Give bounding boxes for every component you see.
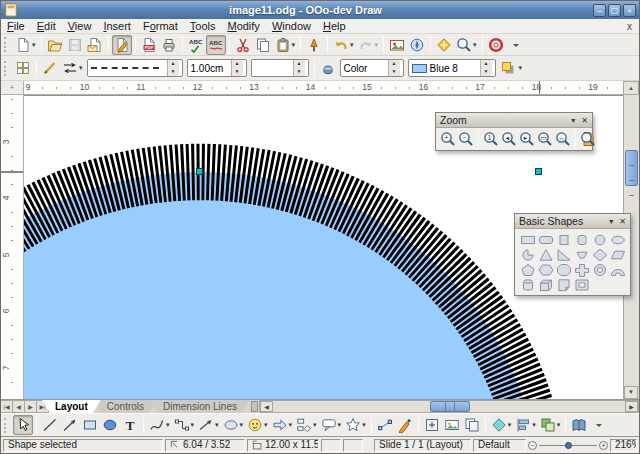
chevron-down-icon[interactable]: ▾ [166,421,170,429]
shape-regular-pentagon[interactable] [519,262,537,277]
shape-block-arc[interactable] [609,262,627,277]
help-button[interactable] [486,35,506,55]
zoom-100-button[interactable]: 1 [482,130,500,148]
tab-dimension-lines[interactable]: Dimension Lines [150,400,250,413]
shape-hexagon[interactable] [537,262,555,277]
open-button[interactable] [45,35,65,55]
zoom-in-button[interactable]: + [439,130,457,148]
tab-scroll-first-button[interactable]: |◀ [1,400,13,413]
zoom-next-button[interactable]: ▸ [518,130,536,148]
toolbar-options-button[interactable] [506,35,526,55]
chevron-down-icon[interactable]: ▾ [292,41,296,49]
shape-rectangle[interactable] [519,232,537,247]
shape-ellipse[interactable] [609,232,627,247]
shadow-button[interactable] [498,58,518,78]
menu-window[interactable]: Window [266,19,317,34]
auto-spellcheck-button[interactable]: ABC [206,35,226,55]
shape-circle-pie[interactable] [519,247,537,262]
chevron-down-icon[interactable]: ▾ [532,421,536,429]
menu-modify[interactable]: Modify [221,19,265,34]
chevron-down-icon[interactable]: ▾ [571,116,575,125]
spinner[interactable]: ▲▼ [480,60,492,76]
line-button[interactable] [40,415,60,435]
shape-frame[interactable] [573,277,591,292]
chevron-down-icon[interactable]: ▾ [32,41,36,49]
navigator-button[interactable] [407,35,427,55]
cut-button[interactable] [233,35,253,55]
shape-parallelogram[interactable] [609,247,627,262]
basic-shapes-panel-titlebar[interactable]: Basic Shapes ▾ ✕ [515,214,630,229]
menu-file[interactable]: File [1,19,31,34]
selection-handle[interactable] [535,168,542,175]
chevron-down-icon[interactable]: ▾ [473,41,477,49]
shape-diamond[interactable] [591,247,609,262]
chevron-down-icon[interactable]: ▾ [508,421,512,429]
status-slide[interactable]: Slide 1 / 1 (Layout) [374,439,471,452]
callouts-button[interactable]: ▾ [319,415,344,435]
zoom-button[interactable]: ▾ [454,35,479,55]
line-dialog-button[interactable] [40,58,60,78]
selection-handle[interactable] [196,168,203,175]
shape-circle[interactable] [591,232,609,247]
select-button[interactable] [13,415,33,435]
tab-scroll-previous-button[interactable]: ◀ [13,400,25,413]
copy-button[interactable] [253,35,273,55]
curve-button[interactable]: ▾ [147,415,172,435]
styles-button[interactable] [13,58,33,78]
toolbar-options-button[interactable] [589,415,609,435]
shape-square-rounded[interactable] [573,232,591,247]
spinner[interactable]: ▲▼ [293,60,305,76]
zoom-in-button[interactable]: + [599,441,608,450]
display-grid-button[interactable] [434,35,454,55]
line-ends-arrow-button[interactable] [60,415,80,435]
tab-controls[interactable]: Controls [94,400,157,413]
block-arrows-button[interactable]: ▾ [270,415,295,435]
edit-file-button[interactable] [112,35,132,55]
area-style-select[interactable]: Color▲▼ [340,59,404,77]
from-file-button[interactable] [442,415,462,435]
scroll-right-button[interactable]: ▶ [625,401,638,412]
tabbar-splitter[interactable] [251,401,258,412]
line-color-select[interactable]: ▲▼ [251,59,309,77]
shape-cross[interactable] [573,262,591,277]
spellcheck-button[interactable]: ABC [186,35,206,55]
spinner[interactable]: ▲▼ [388,60,400,76]
chevron-down-icon[interactable]: ▾ [191,421,195,429]
toolbar-grip[interactable] [4,61,9,76]
chevron-down-icon[interactable]: ▾ [350,41,354,49]
stars-button[interactable]: ▾ [343,415,368,435]
redo-button[interactable]: ▾ [356,35,381,55]
format-paintbrush-button[interactable] [304,35,324,55]
gallery-button[interactable] [387,35,407,55]
save-button[interactable] [65,35,85,55]
clone-button[interactable] [462,415,482,435]
line-width-input[interactable]: 1.00cm▲▼ [187,59,247,77]
horizontal-ruler[interactable]: 910111213141516171819 [24,81,623,95]
ruler-origin[interactable]: + [1,81,24,95]
chevron-down-icon[interactable]: ▾ [215,421,219,429]
chevron-down-icon[interactable]: ▾ [338,421,342,429]
chevron-down-icon[interactable]: ▾ [375,41,379,49]
chevron-down-icon[interactable]: ▾ [289,421,293,429]
tab-layout[interactable]: Layout [42,400,101,413]
toolbar-options-icon[interactable]: ▾ [519,64,523,72]
status-size[interactable]: 12.00 x 11.5 [247,439,319,452]
line-style-select[interactable]: ▲▼ [87,59,183,77]
zoom-out-button[interactable]: − [457,130,475,148]
zoom-slider-thumb[interactable] [565,442,572,449]
shape-ring[interactable] [591,262,609,277]
symbol-shapes-button[interactable]: ▾ [245,415,270,435]
extrusion-button[interactable]: ▾ [489,415,514,435]
close-icon[interactable]: ✕ [581,116,588,125]
edit-points-button[interactable] [375,415,395,435]
close-button[interactable]: × [623,4,636,17]
area-color-select[interactable]: Blue 8▲▼ [408,59,496,77]
menu-view[interactable]: View [62,19,98,34]
menu-insert[interactable]: Insert [97,19,137,34]
horizontal-scrollbar[interactable]: ◀ ▶ [259,400,639,413]
menu-tools[interactable]: Tools [184,19,222,34]
chevron-down-icon[interactable]: ▾ [264,421,268,429]
zoom-entire-page-button[interactable]: ▭ [536,130,554,148]
rectangle-button[interactable] [80,415,100,435]
zoom-slider[interactable]: − + [528,441,608,450]
